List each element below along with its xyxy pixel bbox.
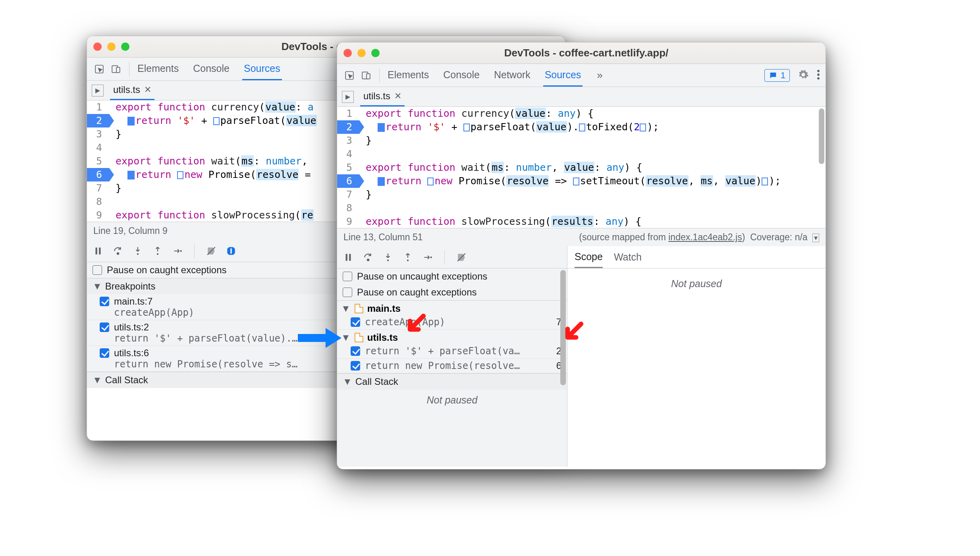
inline-breakpoint-outline-icon[interactable] (579, 124, 585, 131)
deactivate-breakpoints-icon[interactable] (455, 251, 468, 264)
inline-breakpoint-outline-icon[interactable] (177, 171, 183, 179)
tab-elements[interactable]: Elements (386, 64, 430, 87)
scope-watch-panel: Scope Watch Not paused (567, 246, 826, 467)
titlebar: DevTools - coffee-cart.netlify.app/ (337, 42, 826, 64)
source-map-link[interactable]: index.1ac4eab2.js (668, 232, 742, 242)
tab-sources[interactable]: Sources (543, 64, 583, 87)
not-paused-label: Not paused (567, 268, 826, 467)
inline-breakpoint-outline-icon[interactable] (762, 178, 768, 185)
pause-uncaught-row[interactable]: Pause on uncaught exceptions (337, 268, 567, 284)
pause-exceptions-icon[interactable] (225, 245, 237, 257)
checkbox-checked-icon[interactable] (351, 361, 360, 371)
more-tabs-icon[interactable]: » (597, 69, 602, 81)
file-icon (355, 304, 363, 313)
svg-point-14 (817, 70, 820, 72)
checkbox-icon[interactable] (93, 265, 102, 275)
window-title: DevTools - coffee-cart.netlify.app/ (353, 47, 819, 59)
breakpoint-group[interactable]: ▼main.ts (337, 301, 567, 315)
tab-scope[interactable]: Scope (575, 246, 603, 268)
annotation-arrow-red (404, 312, 427, 335)
svg-rect-17 (346, 254, 347, 261)
svg-rect-2 (116, 67, 120, 72)
inspect-icon[interactable] (343, 69, 356, 82)
scrollbar-thumb[interactable] (819, 108, 824, 164)
breakpoint-item[interactable]: createApp(App) 7 (337, 315, 567, 330)
close-icon[interactable]: ✕ (144, 85, 151, 95)
svg-rect-3 (96, 247, 97, 254)
svg-point-20 (387, 259, 389, 261)
kebab-menu-icon[interactable] (817, 69, 820, 82)
debugger-panel: Pause on uncaught exceptions Pause on ca… (337, 246, 567, 467)
svg-point-22 (430, 256, 432, 258)
navigator-toggle-icon[interactable]: ▶ (342, 91, 354, 103)
tab-watch[interactable]: Watch (614, 251, 642, 263)
inline-breakpoint-outline-icon[interactable] (463, 124, 470, 131)
checkbox-checked-icon[interactable] (100, 348, 109, 358)
step-over-icon[interactable] (362, 251, 374, 264)
callstack-header[interactable]: ▼Call Stack (337, 374, 567, 390)
file-tab-utils[interactable]: utils.ts ✕ (360, 87, 405, 106)
checkbox-checked-icon[interactable] (100, 322, 109, 332)
breakpoint-item[interactable]: return new Promise(resolve… 6 (337, 359, 567, 373)
tab-sources[interactable]: Sources (242, 58, 282, 80)
gear-icon[interactable] (798, 69, 809, 82)
inline-breakpoint-icon[interactable] (378, 123, 385, 132)
not-paused-label: Not paused (337, 390, 567, 411)
step-over-icon[interactable] (112, 245, 124, 257)
svg-point-16 (817, 77, 820, 79)
device-toggle-icon[interactable] (109, 62, 123, 76)
close-icon[interactable]: ✕ (394, 91, 401, 101)
scope-watch-tabs: Scope Watch (567, 246, 826, 268)
svg-point-8 (180, 250, 182, 251)
pause-caught-row[interactable]: Pause on caught exceptions (337, 284, 567, 300)
annotation-arrow-red (562, 320, 585, 343)
breakpoint-item[interactable]: return '$' + parseFloat(va… 2 (337, 344, 567, 359)
pause-icon[interactable] (92, 245, 104, 257)
file-tab-utils[interactable]: utils.ts ✕ (110, 81, 154, 100)
step-out-icon[interactable] (401, 251, 414, 264)
deactivate-breakpoints-icon[interactable] (205, 245, 218, 257)
svg-rect-18 (349, 254, 351, 261)
issues-badge[interactable]: 1 (764, 69, 790, 82)
tab-elements[interactable]: Elements (136, 58, 180, 80)
tab-network[interactable]: Network (492, 64, 532, 87)
breakpoint-group[interactable]: ▼utils.ts (337, 330, 567, 344)
step-into-icon[interactable] (131, 245, 144, 257)
inline-breakpoint-outline-icon[interactable] (427, 178, 434, 185)
code-editor[interactable]: 1export function currency(value: any) { … (337, 107, 826, 228)
checkbox-icon[interactable] (343, 288, 352, 297)
inline-breakpoint-icon[interactable] (127, 117, 135, 125)
step-out-icon[interactable] (151, 245, 164, 257)
svg-rect-4 (99, 247, 100, 254)
checkbox-checked-icon[interactable] (100, 297, 109, 306)
inline-breakpoint-icon[interactable] (378, 177, 385, 186)
coverage-options-icon[interactable]: ▾ (812, 234, 819, 242)
checkbox-icon[interactable] (343, 272, 352, 281)
navigator-toggle-icon[interactable]: ▶ (92, 85, 104, 97)
device-toggle-icon[interactable] (359, 69, 373, 82)
close-window-icon[interactable] (93, 42, 102, 51)
inspect-icon[interactable] (93, 62, 106, 76)
step-icon[interactable] (171, 245, 184, 257)
inline-breakpoint-outline-icon[interactable] (573, 178, 579, 185)
svg-point-15 (817, 73, 820, 76)
checkbox-checked-icon[interactable] (351, 346, 360, 356)
inline-breakpoint-outline-icon[interactable] (640, 124, 646, 131)
inline-breakpoint-icon[interactable] (127, 171, 135, 180)
annotation-arrow-blue (298, 328, 341, 360)
svg-point-7 (157, 253, 158, 255)
checkbox-checked-icon[interactable] (351, 317, 360, 327)
inline-breakpoint-outline-icon[interactable] (213, 117, 220, 125)
file-icon (355, 333, 363, 342)
pause-icon[interactable] (342, 251, 355, 264)
step-icon[interactable] (421, 251, 434, 264)
svg-point-6 (137, 253, 139, 255)
file-tab-label: utils.ts (113, 84, 140, 95)
cursor-position: Line 13, Column 51 (343, 232, 422, 243)
close-window-icon[interactable] (343, 49, 352, 57)
tab-console[interactable]: Console (191, 58, 231, 80)
panel-tabs: Elements Console Network Sources » (386, 64, 603, 87)
tab-console[interactable]: Console (442, 64, 481, 87)
svg-rect-10 (230, 248, 231, 253)
step-into-icon[interactable] (382, 251, 394, 264)
